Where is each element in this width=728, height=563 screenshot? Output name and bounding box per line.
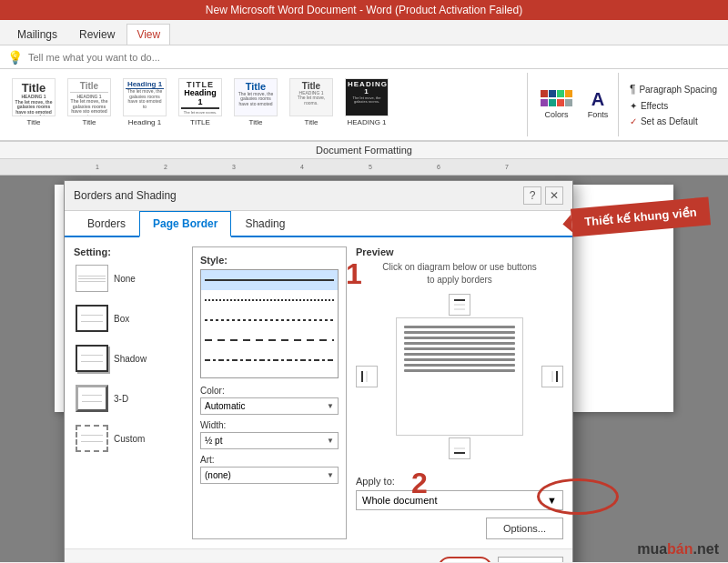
dialog-tabs: Borders Page Border Shading	[65, 211, 572, 237]
style-item-2[interactable]: Heading 1 The let move, the galaxies roo…	[118, 75, 171, 135]
dialog-buttons: OK Cancel	[65, 548, 572, 562]
watermark-mua: mua	[637, 541, 667, 557]
colors-button[interactable]: Colors	[535, 86, 578, 123]
apply-to-section: Apply to: Whole document ▼ Options...	[356, 468, 563, 510]
watermark-ban: bán	[667, 541, 693, 557]
preview-bottom-buttons	[356, 437, 563, 459]
tab-borders[interactable]: Borders	[74, 211, 139, 237]
annotation-number-1: 1	[346, 257, 362, 291]
style-item-1[interactable]: Title HEADING 1The let move, the galaxie…	[63, 75, 116, 135]
title-bar: New Microsoft Word Document - Word (Prod…	[0, 0, 728, 20]
style-item-5[interactable]: Title HEADING 1The let move, rooms. Titl…	[285, 75, 338, 135]
setting-none-label: None	[114, 274, 136, 284]
style-label-4: Title	[249, 118, 263, 126]
tab-view[interactable]: View	[126, 24, 170, 45]
tell-me-bar: 💡	[0, 45, 728, 69]
preview-panel: Preview Click on diagram below or use bu…	[356, 246, 563, 539]
effects-btn[interactable]: ✦ Effects	[626, 99, 721, 113]
tab-shading[interactable]: Shading	[231, 211, 298, 237]
preview-left-buttons	[356, 366, 378, 387]
preview-right-buttons	[541, 366, 563, 387]
setting-box[interactable]: Box	[74, 303, 183, 334]
color-dropdown[interactable]: Automatic ▼	[200, 397, 339, 415]
setting-custom-label: Custom	[114, 434, 145, 444]
style-line-dashed[interactable]	[201, 330, 338, 350]
none-icon	[76, 265, 108, 292]
right-border-btn[interactable]	[541, 366, 563, 387]
art-dropdown-arrow: ▼	[327, 471, 334, 479]
colors-fonts-area: Colors A Fonts	[527, 73, 614, 136]
lightbulb-icon: 💡	[7, 50, 23, 65]
style-list[interactable]	[200, 269, 339, 378]
ribbon-tabs: Mailings Review View	[0, 20, 728, 45]
tab-review[interactable]: Review	[69, 24, 125, 45]
ribbon-content: Title HEADING 1The let move, the galaxie…	[0, 69, 728, 142]
tell-me-input[interactable]	[28, 52, 721, 63]
effects-icon: ✦	[630, 101, 637, 111]
title-text: New Microsoft Word Document - Word (Prod…	[206, 4, 522, 16]
options-button[interactable]: Options...	[486, 518, 563, 539]
tab-page-border[interactable]: Page Border	[139, 211, 231, 237]
style-item-0[interactable]: Title HEADING 1The let move, the galaxie…	[7, 75, 60, 135]
style-line-dotted2[interactable]	[201, 310, 338, 330]
bottom-border-btn[interactable]	[449, 437, 470, 459]
art-dropdown[interactable]: (none) ▼	[200, 467, 339, 484]
color-label: Color:	[200, 386, 339, 396]
style-item-3[interactable]: TITLE Heading 1 The let move rooms. TITL…	[174, 75, 227, 135]
apply-to-label: Apply to:	[356, 476, 563, 487]
width-dropdown[interactable]: ½ pt ▼	[200, 432, 339, 449]
art-label: Art:	[200, 455, 339, 465]
style-panel-label: Style:	[200, 255, 339, 266]
colors-label: Colors	[544, 110, 568, 119]
tab-mailings[interactable]: Mailings	[7, 24, 67, 45]
color-row: Color: Automatic ▼	[200, 386, 339, 415]
style-group: Title HEADING 1The let move, the galaxie…	[7, 73, 523, 136]
setting-custom[interactable]: Custom	[74, 423, 183, 454]
doc-area: Thiết kế khung viền Lorem ipsum content.…	[0, 176, 728, 562]
fonts-label: Fonts	[588, 110, 609, 119]
dialog-titlebar: Borders and Shading ? ✕	[65, 181, 572, 211]
style-item-6[interactable]: HEADING 1 The let move, the galaxies roo…	[340, 75, 393, 135]
style-line-dashdot[interactable]	[201, 350, 338, 370]
preview-wrapper	[356, 317, 563, 436]
borders-dialog: Borders and Shading ? ✕ Borders Page Bor…	[64, 180, 573, 562]
annotation-number-2: 2	[411, 467, 428, 500]
watermark: muabán.net	[637, 541, 719, 558]
dialog-body: Setting: None Box	[65, 237, 572, 548]
setting-3d[interactable]: 3-D	[74, 383, 183, 414]
paragraph-spacing-btn[interactable]: ¶ Paragraph Spacing	[626, 81, 721, 97]
checkmark-icon: ✓	[630, 116, 637, 126]
setting-box-label: Box	[114, 314, 129, 324]
top-border-btn[interactable]	[449, 294, 470, 316]
left-border-btn[interactable]	[356, 366, 378, 387]
style-panel: Style:	[192, 246, 347, 539]
3d-icon	[76, 385, 108, 412]
ribbon-right: ¶ Paragraph Spacing ✦ Effects ✓ Set as D…	[618, 73, 721, 136]
apply-to-arrow: ▼	[547, 495, 557, 506]
box-icon	[76, 305, 108, 332]
dialog-title: Borders and Shading	[74, 189, 177, 202]
art-row: Art: (none) ▼	[200, 455, 339, 484]
style-label-1: Title	[83, 118, 96, 126]
ok-button[interactable]: OK	[438, 557, 492, 562]
style-line-dotted1[interactable]	[201, 290, 338, 310]
paragraph-icon: ¶	[630, 83, 635, 96]
apply-to-dropdown[interactable]: Whole document ▼	[356, 490, 563, 510]
style-item-4[interactable]: Title The let move, the galaxies rooms h…	[229, 75, 282, 135]
dialog-close-button[interactable]: ✕	[545, 186, 563, 205]
dialog-controls: ? ✕	[523, 186, 563, 205]
cancel-button[interactable]: Cancel	[498, 557, 563, 562]
ruler: 1 2 3 4 5 6 7	[0, 159, 728, 176]
preview-lines	[397, 318, 522, 379]
preview-label: Preview	[356, 246, 563, 257]
watermark-net: .net	[693, 541, 719, 557]
preview-area	[396, 317, 523, 436]
dialog-help-button[interactable]: ?	[523, 186, 541, 205]
setting-none[interactable]: None	[74, 263, 183, 294]
style-label-3: TITLE	[190, 118, 210, 126]
fonts-button[interactable]: A Fonts	[581, 86, 614, 123]
setting-shadow[interactable]: Shadow	[74, 343, 183, 374]
style-line-solid[interactable]	[201, 270, 338, 290]
set-as-default-btn[interactable]: ✓ Set as Default	[626, 115, 721, 128]
width-row: Width: ½ pt ▼	[200, 420, 339, 449]
